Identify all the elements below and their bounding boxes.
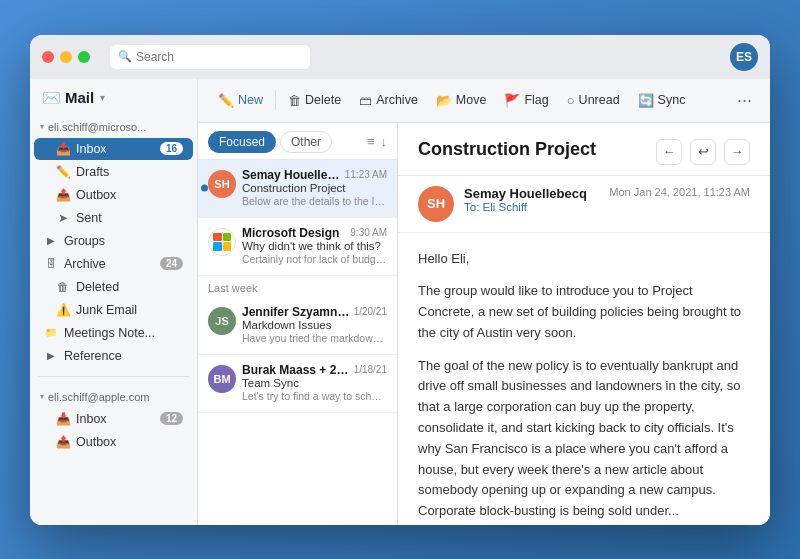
sidebar-divider xyxy=(38,376,189,377)
sidebar-item-label: Junk Email xyxy=(76,303,137,317)
email-preview: Let's try to find a way to schedule a... xyxy=(242,390,387,402)
search-icon: 🔍 xyxy=(118,50,132,63)
sidebar-item-meetings[interactable]: 📁 Meetings Note... xyxy=(34,322,193,344)
inbox-2-icon: 📥 xyxy=(56,412,70,426)
email-preview: Below are the details to the Industria..… xyxy=(242,195,387,207)
toolbar: ✏️ New 🗑 Delete 🗃 Archive 📂 Move 🚩 xyxy=(198,79,770,123)
minimize-button[interactable] xyxy=(60,51,72,63)
search-input[interactable] xyxy=(136,50,302,64)
sidebar-item-label: Outbox xyxy=(76,435,116,449)
email-sender: Microsoft Design xyxy=(242,226,346,240)
more-options-icon[interactable]: ··· xyxy=(731,88,758,113)
sidebar-item-label: Deleted xyxy=(76,280,119,294)
sidebar-item-label: Outbox xyxy=(76,188,116,202)
avatar xyxy=(208,228,236,256)
flag-button[interactable]: 🚩 Flag xyxy=(496,88,556,113)
search-bar[interactable]: 🔍 xyxy=(110,45,310,69)
email-sender-line: Microsoft Design 9:30 AM xyxy=(242,226,387,240)
sidebar-item-inbox-2[interactable]: 📥 Inbox 12 xyxy=(34,408,193,430)
email-meta: Jennifer Szyamnski 1/20/21 Markdown Issu… xyxy=(242,305,387,344)
sidebar-item-label: Archive xyxy=(64,257,106,271)
email-body: Hello Eli, The group would like to intro… xyxy=(398,233,770,525)
email-sender: Semay Houellebecq xyxy=(242,168,341,182)
email-sender-line: Jennifer Szyamnski 1/20/21 xyxy=(242,305,387,319)
meetings-icon: 📁 xyxy=(44,327,58,338)
filter-icon[interactable]: ≡ xyxy=(367,134,375,149)
email-reader: Construction Project ← ↩ → SH Semay Houe… xyxy=(398,123,770,525)
email-meta: Microsoft Design 9:30 AM Why didn't we t… xyxy=(242,226,387,265)
email-item[interactable]: JS Jennifer Szyamnski 1/20/21 Markdown I… xyxy=(198,297,397,355)
sidebar-item-label: Drafts xyxy=(76,165,109,179)
new-button[interactable]: ✏️ New xyxy=(210,88,271,113)
email-item[interactable]: BM Burak Maass + 2 others 1/18/21 Team S… xyxy=(198,355,397,413)
email-paragraph-1: The group would like to introduce you to… xyxy=(418,281,750,343)
sidebar-item-drafts[interactable]: ✏️ Drafts xyxy=(34,161,193,183)
unread-button[interactable]: ○ Unread xyxy=(559,88,628,113)
delete-button[interactable]: 🗑 Delete xyxy=(280,88,349,113)
sidebar-item-sent[interactable]: ➤ Sent xyxy=(34,207,193,229)
email-subject-title: Construction Project xyxy=(418,139,596,160)
sidebar-item-outbox-2[interactable]: 📤 Outbox xyxy=(34,431,193,453)
toolbar-separator-1 xyxy=(275,90,276,110)
email-subject: Markdown Issues xyxy=(242,319,387,331)
outbox-icon: 📤 xyxy=(56,188,70,202)
tab-controls: ≡ ↓ xyxy=(367,134,387,149)
sidebar-title: Mail xyxy=(65,89,94,106)
sync-icon: 🔄 xyxy=(638,93,654,108)
tab-focused[interactable]: Focused xyxy=(208,131,276,153)
content-area: Focused Other ≡ ↓ SH xyxy=(198,123,770,525)
from-to: To: Eli Schiff xyxy=(464,201,599,213)
sort-icon[interactable]: ↓ xyxy=(381,134,388,149)
email-sender-line: Semay Houellebecq 11:23 AM xyxy=(242,168,387,182)
account-label-1[interactable]: ▾ eli.schiff@microso... xyxy=(30,117,197,137)
titlebar: 🔍 ES xyxy=(30,35,770,79)
delete-icon: 🗑 xyxy=(288,93,301,108)
sidebar-item-archive[interactable]: 🗄 Archive 24 xyxy=(34,253,193,275)
archive-button[interactable]: 🗃 Archive xyxy=(351,88,426,113)
next-email-button[interactable]: → xyxy=(724,139,750,165)
sidebar-item-groups[interactable]: ▶ Groups xyxy=(34,230,193,252)
sidebar-item-inbox[interactable]: 📥 Inbox 16 xyxy=(34,138,193,160)
email-section-label: Last week xyxy=(198,276,397,297)
tab-other[interactable]: Other xyxy=(280,131,332,153)
sidebar-item-junk[interactable]: ⚠️ Junk Email xyxy=(34,299,193,321)
sidebar-item-label: Inbox xyxy=(76,142,107,156)
sync-button[interactable]: 🔄 Sync xyxy=(630,88,694,113)
sidebar-item-label: Reference xyxy=(64,349,122,363)
email-sender-line: Burak Maass + 2 others 1/18/21 xyxy=(242,363,387,377)
account-label-2[interactable]: ▾ eli.schiff@apple.com xyxy=(30,387,197,407)
close-button[interactable] xyxy=(42,51,54,63)
junk-icon: ⚠️ xyxy=(56,303,70,317)
email-list: SH Semay Houellebecq 11:23 AM Constructi… xyxy=(198,160,397,525)
email-item[interactable]: Microsoft Design 9:30 AM Why didn't we t… xyxy=(198,218,397,276)
sidebar-item-label: Groups xyxy=(64,234,105,248)
email-time: 9:30 AM xyxy=(350,227,387,238)
sidebar-header: ✉️ Mail ▾ xyxy=(30,79,197,113)
sidebar-item-outbox[interactable]: 📤 Outbox xyxy=(34,184,193,206)
sidebar-item-deleted[interactable]: 🗑 Deleted xyxy=(34,276,193,298)
email-preview: Certainly not for lack of budget... xyxy=(242,253,387,265)
email-time: 1/20/21 xyxy=(354,306,387,317)
groups-icon: ▶ xyxy=(44,235,58,246)
move-button[interactable]: 📂 Move xyxy=(428,88,495,113)
email-item[interactable]: SH Semay Houellebecq 11:23 AM Constructi… xyxy=(198,160,397,218)
email-meta-bar: SH Semay Houellebecq To: Eli Schiff Mon … xyxy=(398,176,770,233)
email-item-header: BM Burak Maass + 2 others 1/18/21 Team S… xyxy=(208,363,387,402)
inbox-2-badge: 12 xyxy=(160,412,183,425)
email-list-panel: Focused Other ≡ ↓ SH xyxy=(198,123,398,525)
account-chevron-icon: ▾ xyxy=(40,122,44,131)
focused-tabs: Focused Other ≡ ↓ xyxy=(198,123,397,160)
email-subject: Team Sync xyxy=(242,377,387,389)
avatar: JS xyxy=(208,307,236,335)
sender-avatar: SH xyxy=(418,186,454,222)
avatar: BM xyxy=(208,365,236,393)
avatar[interactable]: ES xyxy=(730,43,758,71)
inbox-icon: 📥 xyxy=(56,142,70,156)
reply-button[interactable]: ↩ xyxy=(690,139,716,165)
prev-email-button[interactable]: ← xyxy=(656,139,682,165)
fullscreen-button[interactable] xyxy=(78,51,90,63)
archive-badge: 24 xyxy=(160,257,183,270)
account-section-2: ▾ eli.schiff@apple.com 📥 Inbox 12 📤 Outb… xyxy=(30,385,197,456)
inbox-badge: 16 xyxy=(160,142,183,155)
sidebar-item-reference[interactable]: ▶ Reference xyxy=(34,345,193,367)
